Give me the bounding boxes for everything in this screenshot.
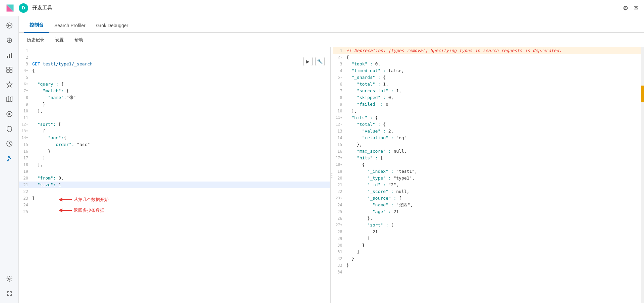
right-line-31: 31 ]	[333, 249, 644, 255]
resize-dot-3	[331, 177, 332, 178]
line-content: "size": 1	[32, 182, 329, 188]
sidebar-item-uptime[interactable]	[3, 137, 16, 150]
right-line-content: "hits" : [	[346, 155, 643, 161]
left-line-15: 15 "order": "asc"	[19, 141, 330, 148]
run-button[interactable]: ▶	[303, 57, 313, 66]
right-line-content: "hits" : {	[346, 114, 643, 121]
line-number: 6▾	[20, 81, 32, 88]
right-line-19: 19 "_index" : "test1",	[333, 168, 644, 175]
right-line-content: "skipped" : 0,	[346, 94, 643, 101]
right-line-number: 2▾	[334, 54, 346, 61]
app-title: 开发工具	[32, 5, 52, 11]
right-line-content: "timed_out" : false,	[346, 67, 643, 74]
right-line-content: "took" : 0,	[346, 61, 643, 67]
line-number: 11	[20, 114, 32, 121]
resize-dot-1	[331, 173, 332, 174]
line-number: 19	[20, 168, 32, 175]
line-number: 2	[20, 54, 32, 61]
right-line-11: 11▾ "hits" : {	[333, 114, 644, 121]
right-line-number: 12▾	[334, 121, 346, 128]
line-number: 9	[20, 101, 32, 108]
right-line-13: 13 "value" : 2,	[333, 128, 644, 135]
right-line-number: 19	[334, 168, 346, 175]
line-number: 22	[20, 188, 32, 195]
run-button-area: ▶ 🔧	[303, 57, 325, 66]
right-scrollbar[interactable]	[641, 47, 644, 303]
sidebar-item-ml[interactable]	[3, 107, 16, 121]
right-code-editor[interactable]: 1#! Deprecation: [types removal] Specify…	[333, 47, 644, 303]
right-line-number: 5▾	[334, 74, 346, 81]
svg-rect-12	[7, 70, 9, 72]
header-left: D 开发工具	[5, 3, 52, 13]
left-line-13: 13▾ {	[19, 128, 330, 135]
settings-icon[interactable]: ⚙	[623, 4, 628, 12]
mail-icon[interactable]: ✉	[634, 4, 639, 12]
tab-search-profiler[interactable]: Search Profiler	[49, 19, 91, 33]
right-line-4: 4 "timed_out" : false,	[333, 67, 644, 74]
main-layout: 控制台 Search Profiler Grok Debugger 历史记录 设…	[0, 16, 644, 303]
left-line-25: 25	[19, 208, 330, 215]
editors-container: 123GET test1/type1/_search4▾{56▾ "query"…	[19, 47, 644, 303]
left-line-9: 9 }	[19, 101, 330, 108]
line-content: }	[32, 148, 329, 155]
sidebar	[0, 16, 19, 303]
left-line-11: 11	[19, 114, 330, 121]
right-line-3: 3 "took" : 0,	[333, 61, 644, 67]
right-line-content: "_type" : "type1",	[346, 175, 643, 182]
sidebar-item-devtools[interactable]	[3, 152, 16, 165]
right-line-content: "failed" : 0	[346, 101, 643, 108]
left-line-18: 18 ],	[19, 161, 330, 168]
line-number: 12▾	[20, 121, 32, 128]
right-line-22: 22 "_score" : null,	[333, 188, 644, 195]
sidebar-item-management[interactable]	[3, 272, 16, 286]
left-line-12: 12▾ "sort": [	[19, 121, 330, 128]
left-line-20: 20 "from": 0,	[19, 175, 330, 182]
left-code-editor[interactable]: 123GET test1/type1/_search4▾{56▾ "query"…	[19, 47, 330, 303]
tab-console[interactable]: 控制台	[24, 18, 49, 33]
sidebar-item-back[interactable]	[3, 19, 16, 32]
line-number: 23	[20, 195, 32, 202]
sidebar-item-maps[interactable]	[3, 93, 16, 106]
left-line-5: 5	[19, 74, 330, 81]
sidebar-item-canvas[interactable]	[3, 78, 16, 91]
right-line-number: 25	[334, 208, 346, 215]
right-line-28: 28 21	[333, 229, 644, 235]
svg-rect-7	[7, 56, 8, 58]
sidebar-item-visualize[interactable]	[3, 48, 16, 62]
left-line-6: 6▾ "query": {	[19, 81, 330, 88]
wrench-button[interactable]: 🔧	[315, 57, 325, 66]
line-content: ],	[32, 161, 329, 168]
tab-grok-debugger[interactable]: Grok Debugger	[91, 19, 134, 33]
right-line-number: 23▾	[334, 195, 346, 202]
sidebar-item-discover[interactable]	[3, 34, 16, 47]
right-line-content: ]	[346, 235, 643, 242]
left-editor-wrapper: 123GET test1/type1/_search4▾{56▾ "query"…	[19, 47, 330, 303]
line-number: 21	[20, 182, 32, 188]
right-line-number: 30	[334, 242, 346, 249]
sidebar-item-dashboard[interactable]	[3, 63, 16, 77]
line-number: 7▾	[20, 88, 32, 94]
help-button[interactable]: 帮助	[72, 36, 86, 44]
settings-button[interactable]: 设置	[52, 36, 66, 44]
line-number: 8	[20, 94, 32, 101]
line-content: GET test1/type1/_search	[32, 61, 329, 67]
right-line-content: "sort" : [	[346, 222, 643, 229]
history-button[interactable]: 历史记录	[24, 36, 47, 44]
right-line-number: 32	[334, 255, 346, 262]
left-line-19: 19	[19, 168, 330, 175]
sidebar-item-security[interactable]	[3, 122, 16, 136]
right-line-number: 1	[334, 47, 346, 54]
right-line-content: }	[346, 255, 643, 262]
svg-rect-11	[10, 67, 12, 69]
right-line-number: 10	[334, 108, 346, 114]
right-line-number: 13	[334, 128, 346, 135]
right-line-content: "total" : {	[346, 121, 643, 128]
line-number: 3	[20, 61, 32, 67]
resize-handle[interactable]	[330, 47, 333, 303]
left-line-4: 4▾{	[19, 67, 330, 74]
right-line-number: 31	[334, 249, 346, 255]
right-line-content: {	[346, 54, 643, 61]
right-line-number: 24	[334, 202, 346, 208]
user-avatar[interactable]: D	[19, 3, 28, 13]
sidebar-item-expand[interactable]	[3, 287, 16, 300]
